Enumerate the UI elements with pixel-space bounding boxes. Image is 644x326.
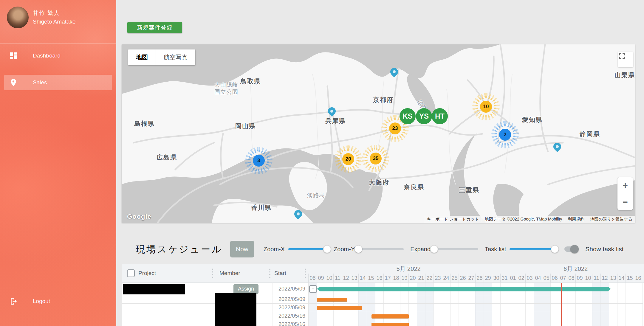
redacted-member-names <box>215 293 256 326</box>
logout-icon <box>9 297 18 306</box>
map-member-marker[interactable]: YS <box>416 108 432 124</box>
task-bar[interactable] <box>317 298 347 301</box>
map-attribution-link[interactable]: 利用規約 <box>565 217 587 222</box>
timeline-day-label: 04 <box>534 274 542 282</box>
pin-dot <box>556 145 559 148</box>
map-cluster-marker[interactable]: 35 <box>370 153 382 164</box>
timeline-cell: − <box>309 283 643 295</box>
now-button[interactable]: Now <box>230 241 254 257</box>
show-task-list-toggle[interactable] <box>564 246 578 252</box>
slider-thumb[interactable] <box>354 245 362 253</box>
map-member-marker[interactable]: HT <box>432 108 448 124</box>
timeline-day-label: 17 <box>383 274 392 282</box>
column-resize-handle[interactable] <box>212 269 213 278</box>
map-canvas[interactable]: 鳥取県島根県岡山県広島県香川県兵庫県京都府大阪府奈良県三重県愛知県静岡県山梨県大… <box>122 44 635 223</box>
timeline-day-label: 12 <box>600 274 609 282</box>
column-resize-handle[interactable] <box>269 269 270 278</box>
map-type-satellite-button[interactable]: 航空写真 <box>156 49 195 65</box>
timeline-day-label: 23 <box>434 274 442 282</box>
schedule-title: 現場スケジュール <box>136 243 223 256</box>
redacted-project-name <box>123 284 185 294</box>
new-case-button[interactable]: 新規案件登録 <box>127 22 182 33</box>
timeline-day-label: 26 <box>459 274 467 282</box>
gantt-task-row: 2022/05/09 <box>122 295 643 304</box>
slider-track[interactable] <box>358 248 404 250</box>
timeline-day-label: 07 <box>559 274 567 282</box>
map-label-pref: 岡山県 <box>235 122 256 130</box>
map-pin-marker[interactable] <box>294 210 302 218</box>
slider-label: Task list <box>485 246 506 253</box>
collapse-row-button[interactable]: − <box>309 285 317 293</box>
timeline-month-label: 5月 2022 <box>308 264 509 274</box>
column-resize-handle[interactable] <box>305 269 306 278</box>
timeline-day-label: 20 <box>408 274 417 282</box>
timeline-day-label: 06 <box>550 274 559 282</box>
summary-bar[interactable] <box>317 287 611 291</box>
map-label-pref: 兵庫県 <box>325 117 346 125</box>
start-date-cell: 2022/05/09 <box>273 283 309 295</box>
project-cell <box>122 295 215 303</box>
slider-track[interactable] <box>510 248 555 250</box>
map-attribution-link[interactable]: キーボード ショートカット <box>424 217 482 222</box>
task-bar[interactable] <box>371 323 409 326</box>
map-label-pref: 香川県 <box>251 204 272 212</box>
timeline-day-label: 14 <box>617 274 626 282</box>
map-type-control: 地図 航空写真 <box>128 49 195 65</box>
gantt-rows: Assign2022/05/09−2022/05/092022/05/09202… <box>122 283 643 326</box>
timeline-day-label: 09 <box>317 274 325 282</box>
map-pin-marker[interactable] <box>553 143 561 150</box>
slider-thumb[interactable] <box>551 245 559 253</box>
slider-track[interactable] <box>288 248 327 250</box>
map-cluster-marker[interactable]: 3 <box>253 155 265 167</box>
slider-zoom-y: Zoom-Y <box>334 246 410 253</box>
zoom-out-button[interactable]: − <box>617 194 633 210</box>
timeline-day-label: 13 <box>350 274 358 282</box>
timeline-day-label: 08 <box>308 274 317 282</box>
map-attribution-link[interactable]: 地図の誤りを報告する <box>587 217 635 222</box>
slider-thumb[interactable] <box>323 245 331 253</box>
sidebar-item-dashboard[interactable]: Dashboard <box>0 48 116 63</box>
gantt-task-row: 2022/05/16 <box>122 312 643 320</box>
timeline-day-label: 01 <box>509 274 517 282</box>
timeline-day-label: 18 <box>392 274 400 282</box>
map-label-minor: 淡路島 <box>307 192 325 199</box>
logout-button[interactable]: Logout <box>0 294 116 309</box>
place-pin-icon <box>9 78 18 87</box>
task-bar[interactable] <box>371 314 409 318</box>
map-cluster-marker[interactable]: 23 <box>389 122 401 134</box>
slider-label: Expand <box>410 246 431 253</box>
slider-thumb[interactable] <box>430 245 438 253</box>
timeline-day-label: 29 <box>484 274 492 282</box>
user-name-japanese: 甘竹 繁人 <box>33 9 76 18</box>
map-pin-marker[interactable] <box>390 68 398 76</box>
logout-label: Logout <box>33 298 50 305</box>
map-cluster-marker[interactable]: 10 <box>480 101 492 113</box>
sidebar-item-sales[interactable]: Sales <box>4 75 112 90</box>
google-logo[interactable]: Google <box>127 213 151 221</box>
collapse-all-button[interactable]: − <box>127 269 135 277</box>
map-type-map-button[interactable]: 地図 <box>128 49 156 65</box>
zoom-in-button[interactable]: + <box>617 177 633 194</box>
timeline-day-label: 08 <box>567 274 575 282</box>
slider-label: Zoom-X <box>264 246 285 253</box>
timeline-day-label: 10 <box>325 274 333 282</box>
timeline-day-label: 12 <box>342 274 350 282</box>
sidebar-divider <box>0 43 116 44</box>
map-cluster-marker[interactable]: 2 <box>499 129 511 141</box>
map-cluster-marker[interactable]: 20 <box>342 153 354 165</box>
gantt-controls: Zoom-XZoom-YExpandTask listShow task lis… <box>264 241 624 257</box>
map-label-pref: 京都府 <box>373 96 394 104</box>
project-cell <box>122 304 215 312</box>
map-label-pref: 三重県 <box>459 186 479 194</box>
project-column-header: − Project <box>127 264 156 282</box>
map-pin-marker[interactable] <box>328 107 336 115</box>
start-date-cell: 2022/05/16 <box>273 320 309 326</box>
slider-task-list: Task list <box>485 246 561 253</box>
dashboard-icon <box>9 51 18 60</box>
task-bar[interactable] <box>317 306 362 310</box>
slider-track[interactable] <box>434 248 478 250</box>
map-member-marker[interactable]: KS <box>400 108 416 124</box>
assign-button[interactable]: Assign <box>233 284 258 294</box>
slider-label: Zoom-Y <box>334 246 355 253</box>
fullscreen-button[interactable] <box>618 52 633 67</box>
